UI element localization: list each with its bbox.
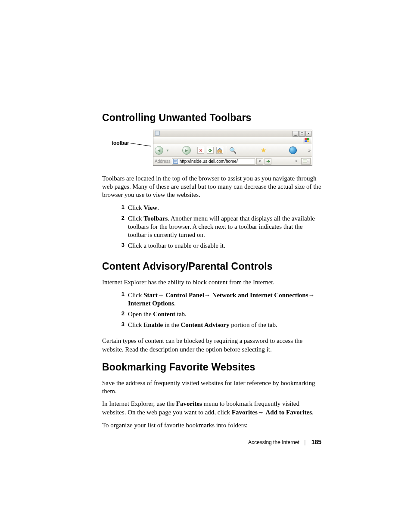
arrow-icon: → [308,291,314,299]
svg-rect-2 [307,138,309,140]
address-input[interactable]: http://inside.us.dell.com/home/ [172,158,255,165]
footer-section-name: Accessing the Internet [248,439,299,445]
document-page: Controlling Unwanted Toolbars toolbar _ … [0,0,411,532]
figure-label-toolbar: toolbar [112,140,129,146]
parental-intro-paragraph: Internet Explorer has the ability to blo… [102,278,321,286]
step-number: 3 [115,242,125,249]
p-bold: Add to Favorites [266,409,312,416]
step-number: 2 [115,215,125,222]
ie-navigation-toolbar: ◄ ▼ ► · ✕ ⟳ 🔍 ★ » [153,144,312,156]
step-number: 1 [115,291,125,298]
back-button[interactable]: ◄ [155,146,163,155]
toolbar-overflow-icon[interactable]: » [308,148,311,153]
figure-leader-line [131,143,151,146]
ie-throbber-icon [303,137,311,143]
svg-rect-1 [305,138,307,140]
svg-rect-0 [155,131,159,135]
minimize-button[interactable]: _ [293,131,299,137]
links-button[interactable] [301,158,311,165]
step-bold: Content [153,311,175,317]
step-number: 1 [115,204,125,211]
step-bold: View [143,204,157,211]
step-text: Click [128,292,143,299]
parental-outro-paragraph: Certain types of content can be blocked … [102,337,321,353]
toolbars-intro-paragraph: Toolbars are located in the top of the b… [102,174,321,199]
parental-step-3: 3 Click Enable in the Content Advisory p… [115,321,321,332]
parental-step-2: 2 Open the Content tab. [115,310,321,321]
forward-button[interactable]: ► [182,146,191,155]
arrow-icon: → [158,291,164,299]
window-controls: _ □ × [293,131,311,137]
toolbar-dash: · [193,148,195,153]
step-text: in the [163,321,181,328]
step-bold: Internet Options [128,300,174,307]
go-button[interactable]: ➔ [265,158,271,165]
history-globe-icon[interactable] [289,146,297,154]
parental-step-1: 1 Click Start→ Control Panel→ Network an… [115,291,321,310]
page-favicon-icon [173,159,178,164]
footer-page-number: 185 [311,439,321,445]
bookmarks-p2: In Internet Explorer, use the Favorites … [102,400,321,417]
bookmarks-p3: To organize your list of favorite bookma… [102,421,321,429]
step-bold: Start [143,292,158,299]
step-text: tab. [175,311,187,317]
toolbars-step-2: 2 Click Toolbars. Another menu will appe… [115,215,321,242]
p-bold: Favorites [176,400,202,407]
maximize-button[interactable]: □ [299,131,305,137]
step-bold: Enable [143,321,163,328]
ie-window: _ □ × ◄ ▼ ► · ✕ ⟳ [153,130,312,166]
favorites-icon[interactable]: ★ [259,146,268,155]
home-icon[interactable] [216,147,223,154]
toolbars-step-1: 1 Click View. [115,204,321,215]
p-bold: Favorites [232,409,258,416]
step-text: portion of the tab. [229,321,277,328]
svg-rect-5 [174,159,178,163]
arrow-icon: → [258,408,264,416]
step-text: Click a toolbar to enable or disable it. [128,242,225,249]
svg-rect-3 [305,140,307,142]
svg-rect-6 [303,159,307,162]
ie-menubar [153,137,312,144]
step-text: Click [128,321,143,328]
p-text: In Internet Explorer, use the [102,400,176,407]
address-dropdown-icon[interactable]: ▾ [256,158,263,165]
search-icon[interactable]: 🔍 [229,146,237,155]
step-number: 3 [115,321,125,328]
ie-app-icon [155,131,160,137]
address-url-text: http://inside.us.dell.com/home/ [180,159,238,164]
step-number: 2 [115,310,125,317]
toolbars-steps-list: 1 Click View. 2 Click Toolbars. Another … [102,204,321,253]
browser-figure: toolbar _ □ × ◄ ▼ [112,130,331,168]
arrow-icon: → [204,291,211,299]
step-bold: Control Panel [166,292,204,299]
stop-icon[interactable]: ✕ [197,147,204,154]
heading-controlling-toolbars: Controlling Unwanted Toolbars [102,112,321,124]
footer-divider: | [304,439,305,445]
refresh-icon[interactable]: ⟳ [207,147,214,154]
step-text: Open the [128,311,153,317]
toolbars-step-3: 3 Click a toolbar to enable or disable i… [115,242,321,252]
ie-titlebar: _ □ × [153,130,312,137]
toolbar-separator [226,146,226,155]
heading-bookmarking: Bookmarking Favorite Websites [102,361,321,373]
page-footer: Accessing the Internet | 185 [0,439,321,445]
step-text: . [157,204,159,211]
parental-steps-list: 1 Click Start→ Control Panel→ Network an… [102,291,321,332]
ie-address-bar: Address http://inside.us.dell.com/home/ … [153,156,312,165]
close-button[interactable]: × [305,131,311,137]
step-text: Click [128,215,143,222]
step-bold: Toolbars [143,215,168,222]
back-dropdown-icon[interactable]: ▼ [166,149,169,152]
bookmarks-p1: Save the address of frequently visited w… [102,379,321,395]
step-bold: Content Advisory [181,321,230,328]
step-bold: Network and Internet Connections [212,292,308,299]
step-text: Click [128,204,143,211]
address-label: Address [155,159,171,164]
heading-parental-controls: Content Advisory/Parental Controls [102,261,321,272]
addressbar-overflow-icon[interactable]: » [293,158,300,165]
svg-rect-4 [307,140,309,142]
